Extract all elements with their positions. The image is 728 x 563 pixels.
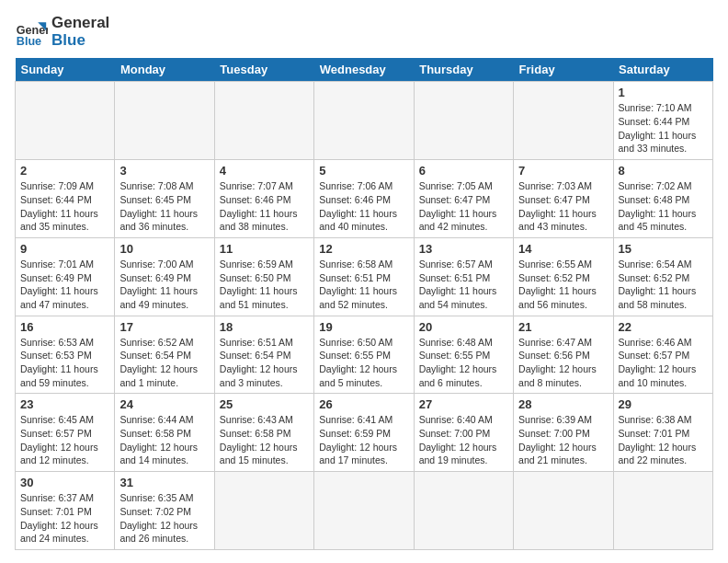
day-info: Sunrise: 7:02 AM Sunset: 6:48 PM Dayligh… (619, 179, 708, 234)
svg-text:Blue: Blue (17, 35, 41, 48)
calendar-week-0: 1Sunrise: 7:10 AM Sunset: 6:44 PM Daylig… (16, 82, 713, 160)
calendar-day (613, 472, 712, 550)
calendar-day: 16Sunrise: 6:53 AM Sunset: 6:53 PM Dayli… (16, 316, 115, 394)
calendar-day (16, 82, 115, 160)
day-info: Sunrise: 6:43 AM Sunset: 6:58 PM Dayligh… (220, 413, 309, 467)
calendar-day (214, 472, 313, 550)
calendar-day: 30Sunrise: 6:37 AM Sunset: 7:01 PM Dayli… (16, 472, 115, 550)
calendar-day (514, 472, 613, 550)
day-info: Sunrise: 6:40 AM Sunset: 7:00 PM Dayligh… (419, 413, 508, 467)
calendar-day: 5Sunrise: 7:06 AM Sunset: 6:46 PM Daylig… (314, 160, 414, 238)
calendar-day (314, 82, 414, 160)
day-info: Sunrise: 7:00 AM Sunset: 6:49 PM Dayligh… (119, 258, 209, 312)
day-info: Sunrise: 6:51 AM Sunset: 6:54 PM Dayligh… (220, 336, 309, 390)
weekday-header-thursday: Thursday (414, 58, 513, 82)
day-info: Sunrise: 6:48 AM Sunset: 6:55 PM Dayligh… (419, 336, 508, 390)
day-number: 15 (619, 242, 708, 256)
calendar-day: 21Sunrise: 6:47 AM Sunset: 6:56 PM Dayli… (514, 316, 613, 394)
day-number: 16 (20, 320, 109, 334)
day-number: 5 (319, 164, 408, 178)
calendar-day: 31Sunrise: 6:35 AM Sunset: 7:02 PM Dayli… (115, 472, 214, 550)
day-info: Sunrise: 6:55 AM Sunset: 6:52 PM Dayligh… (518, 258, 608, 312)
day-number: 1 (619, 86, 708, 99)
calendar-day: 28Sunrise: 6:39 AM Sunset: 7:00 PM Dayli… (514, 394, 613, 472)
calendar-day: 24Sunrise: 6:44 AM Sunset: 6:58 PM Dayli… (115, 394, 214, 472)
day-info: Sunrise: 6:57 AM Sunset: 6:51 PM Dayligh… (419, 258, 508, 312)
day-number: 24 (119, 397, 209, 411)
weekday-header-friday: Friday (514, 58, 613, 82)
calendar-day: 2Sunrise: 7:09 AM Sunset: 6:44 PM Daylig… (16, 160, 115, 238)
calendar-day: 12Sunrise: 6:58 AM Sunset: 6:51 PM Dayli… (314, 237, 414, 316)
day-number: 27 (419, 397, 508, 411)
calendar-day: 25Sunrise: 6:43 AM Sunset: 6:58 PM Dayli… (214, 394, 313, 472)
calendar-day: 14Sunrise: 6:55 AM Sunset: 6:52 PM Dayli… (514, 237, 613, 316)
day-info: Sunrise: 6:52 AM Sunset: 6:54 PM Dayligh… (119, 336, 209, 390)
weekday-header-row: SundayMondayTuesdayWednesdayThursdayFrid… (16, 58, 713, 82)
calendar-day: 1Sunrise: 7:10 AM Sunset: 6:44 PM Daylig… (613, 82, 712, 160)
weekday-header-tuesday: Tuesday (214, 58, 313, 82)
day-number: 29 (619, 397, 708, 411)
day-info: Sunrise: 7:01 AM Sunset: 6:49 PM Dayligh… (20, 258, 109, 312)
day-number: 26 (319, 397, 408, 411)
day-number: 2 (20, 164, 109, 178)
day-info: Sunrise: 6:44 AM Sunset: 6:58 PM Dayligh… (119, 413, 209, 467)
day-info: Sunrise: 6:53 AM Sunset: 6:53 PM Dayligh… (20, 336, 109, 390)
calendar-week-3: 16Sunrise: 6:53 AM Sunset: 6:53 PM Dayli… (16, 316, 713, 394)
day-info: Sunrise: 6:47 AM Sunset: 6:56 PM Dayligh… (518, 336, 608, 390)
day-info: Sunrise: 7:05 AM Sunset: 6:47 PM Dayligh… (419, 179, 508, 234)
calendar-day (414, 82, 513, 160)
weekday-header-saturday: Saturday (613, 58, 712, 82)
calendar-body: 1Sunrise: 7:10 AM Sunset: 6:44 PM Daylig… (16, 82, 713, 550)
calendar-day (414, 472, 513, 550)
weekday-header-sunday: Sunday (16, 58, 115, 82)
day-number: 9 (20, 242, 109, 256)
calendar-day: 17Sunrise: 6:52 AM Sunset: 6:54 PM Dayli… (115, 316, 214, 394)
day-number: 28 (518, 397, 608, 411)
day-number: 6 (419, 164, 508, 178)
day-number: 20 (419, 320, 508, 334)
calendar-day (514, 82, 613, 160)
calendar-day: 9Sunrise: 7:01 AM Sunset: 6:49 PM Daylig… (16, 237, 115, 316)
calendar-week-2: 9Sunrise: 7:01 AM Sunset: 6:49 PM Daylig… (16, 237, 713, 316)
calendar-day (115, 82, 214, 160)
day-info: Sunrise: 7:07 AM Sunset: 6:46 PM Dayligh… (220, 179, 309, 234)
day-info: Sunrise: 6:59 AM Sunset: 6:50 PM Dayligh… (220, 258, 309, 312)
day-info: Sunrise: 7:03 AM Sunset: 6:47 PM Dayligh… (518, 179, 608, 234)
calendar-week-5: 30Sunrise: 6:37 AM Sunset: 7:01 PM Dayli… (16, 472, 713, 550)
day-number: 17 (119, 320, 209, 334)
calendar-day (314, 472, 414, 550)
day-number: 18 (220, 320, 309, 334)
day-number: 21 (518, 320, 608, 334)
day-info: Sunrise: 6:39 AM Sunset: 7:00 PM Dayligh… (518, 413, 608, 467)
logo: General Blue General Blue (15, 15, 109, 49)
day-number: 23 (20, 397, 109, 411)
day-number: 11 (220, 242, 309, 256)
calendar-day: 27Sunrise: 6:40 AM Sunset: 7:00 PM Dayli… (414, 394, 513, 472)
day-info: Sunrise: 7:10 AM Sunset: 6:44 PM Dayligh… (619, 101, 708, 155)
calendar-day: 18Sunrise: 6:51 AM Sunset: 6:54 PM Dayli… (214, 316, 313, 394)
calendar-day: 11Sunrise: 6:59 AM Sunset: 6:50 PM Dayli… (214, 237, 313, 316)
calendar-day: 19Sunrise: 6:50 AM Sunset: 6:55 PM Dayli… (314, 316, 414, 394)
calendar-day: 8Sunrise: 7:02 AM Sunset: 6:48 PM Daylig… (613, 160, 712, 238)
day-info: Sunrise: 6:50 AM Sunset: 6:55 PM Dayligh… (319, 336, 408, 390)
day-number: 31 (119, 476, 209, 489)
day-number: 8 (619, 164, 708, 178)
calendar-day: 13Sunrise: 6:57 AM Sunset: 6:51 PM Dayli… (414, 237, 513, 316)
day-number: 4 (220, 164, 309, 178)
calendar-day: 10Sunrise: 7:00 AM Sunset: 6:49 PM Dayli… (115, 237, 214, 316)
calendar-day: 15Sunrise: 6:54 AM Sunset: 6:52 PM Dayli… (613, 237, 712, 316)
day-info: Sunrise: 7:06 AM Sunset: 6:46 PM Dayligh… (319, 179, 408, 234)
calendar-day: 29Sunrise: 6:38 AM Sunset: 7:01 PM Dayli… (613, 394, 712, 472)
day-number: 7 (518, 164, 608, 178)
day-info: Sunrise: 6:45 AM Sunset: 6:57 PM Dayligh… (20, 413, 109, 467)
calendar-day: 6Sunrise: 7:05 AM Sunset: 6:47 PM Daylig… (414, 160, 513, 238)
calendar-day: 20Sunrise: 6:48 AM Sunset: 6:55 PM Dayli… (414, 316, 513, 394)
logo-blue: Blue (51, 32, 109, 50)
day-info: Sunrise: 6:58 AM Sunset: 6:51 PM Dayligh… (319, 258, 408, 312)
day-info: Sunrise: 6:54 AM Sunset: 6:52 PM Dayligh… (619, 258, 708, 312)
day-number: 19 (319, 320, 408, 334)
weekday-header-wednesday: Wednesday (314, 58, 414, 82)
logo-general: General (51, 15, 109, 32)
calendar-day: 26Sunrise: 6:41 AM Sunset: 6:59 PM Dayli… (314, 394, 414, 472)
calendar-day: 22Sunrise: 6:46 AM Sunset: 6:57 PM Dayli… (613, 316, 712, 394)
